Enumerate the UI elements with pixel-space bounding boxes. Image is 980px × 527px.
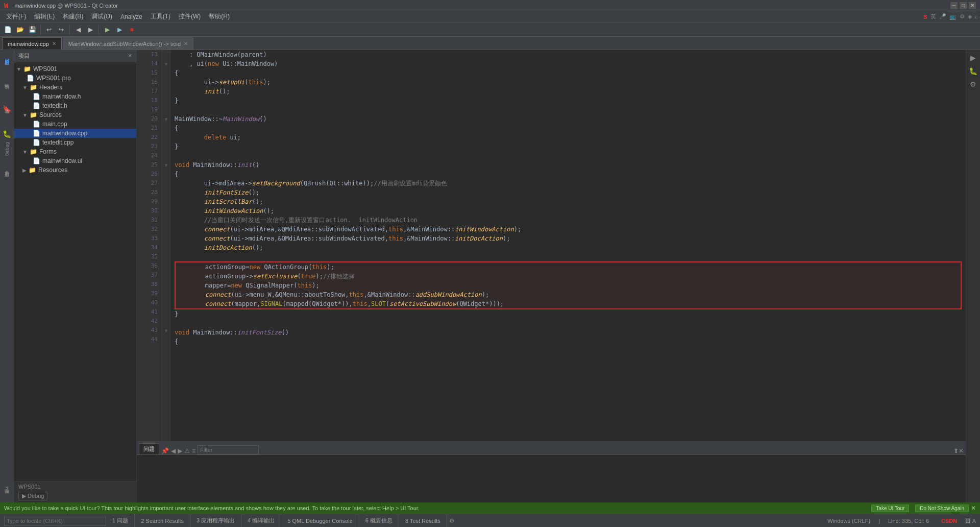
menu-debug[interactable]: 调试(D)	[87, 11, 116, 22]
tree-item-resources[interactable]: ▶ 📁 Resources	[14, 165, 136, 175]
code-line-20[interactable]: MainWindow::~MainWindow()	[175, 114, 966, 124]
tree-item-main-cpp[interactable]: 📄 main.cpp	[14, 119, 136, 129]
info-tab-3[interactable]: 3 应用程序输出	[190, 514, 241, 528]
info-tab-6[interactable]: 6 概要信息	[359, 514, 399, 528]
fold-btn-14[interactable]: ▼	[162, 59, 170, 68]
tree-item-forms[interactable]: ▼ 📁 Forms	[14, 147, 136, 156]
code-line-19[interactable]	[175, 105, 966, 114]
bottom-next-button[interactable]: ▶	[178, 447, 182, 454]
info-tab-1[interactable]: 1 问题	[106, 514, 135, 528]
maximize-button[interactable]: □	[960, 2, 967, 9]
tab-mainwindow-cpp[interactable]: mainwindow.cpp ✕	[2, 37, 62, 50]
sidebar-item-edit[interactable]: ✏ 编辑	[1, 79, 13, 93]
bottom-expand-button[interactable]: ⬆	[953, 447, 959, 454]
do-not-show-button[interactable]: Do Not Show Again	[915, 505, 969, 512]
toolbar-build[interactable]: ▶	[102, 24, 113, 35]
fold-btn-25[interactable]: ▼	[162, 160, 170, 170]
code-line-16[interactable]: ui->setupUi(this);	[175, 78, 966, 87]
minimize-button[interactable]: ─	[950, 2, 958, 9]
bottom-warning-button[interactable]: ⚠	[184, 447, 190, 454]
code-line-44[interactable]: {	[175, 337, 966, 346]
code-line-42[interactable]	[175, 319, 966, 328]
debug-start-button[interactable]: ▶ Debug	[18, 492, 47, 500]
code-line-18[interactable]: }	[175, 96, 966, 105]
code-line-32[interactable]: connect(ui->mdiArea,&QMdiArea::subWindow…	[175, 225, 966, 234]
fold-btn-43[interactable]: ▼	[162, 326, 170, 335]
toolbar-redo[interactable]: ↪	[56, 24, 67, 35]
bottom-filter-button[interactable]: ≡	[192, 447, 195, 454]
bottom-prev-button[interactable]: ◀	[171, 447, 176, 454]
tree-item-sources[interactable]: ▼ 📁 Sources	[14, 110, 136, 119]
sidebar-item-bookmarks[interactable]: 🔖 书签	[1, 103, 13, 117]
code-line-14[interactable]: , ui(new Ui::MainWindow)	[175, 59, 966, 68]
code-line-22[interactable]: delete ui;	[175, 133, 966, 142]
right-analyze-button[interactable]: ⚙	[968, 79, 979, 90]
tree-item-wps001[interactable]: ▼ 📁 WPS001	[14, 64, 136, 74]
toolbar-save[interactable]: 💾	[27, 24, 38, 35]
sidebar-item-project[interactable]: ⊞ 项目	[1, 54, 13, 68]
code-line-33[interactable]: connect(ui->mdiArea,&QMdiArea::subWindow…	[175, 234, 966, 243]
toolbar-back[interactable]: ◀	[72, 24, 84, 35]
code-line-39[interactable]: connect(ui->menu_W,&QMenu::aboutToShow,t…	[176, 290, 961, 299]
bottom-close-button[interactable]: ✕	[959, 447, 964, 454]
right-debug-button[interactable]: 🐛	[968, 65, 979, 77]
code-line-41[interactable]: }	[175, 309, 966, 319]
code-line-25[interactable]: void MainWindow::init()	[175, 160, 966, 170]
tab-close-mainwindow[interactable]: ✕	[52, 41, 56, 46]
code-line-40[interactable]: connect(mapper,SIGNAL(mapped(QWidget*)),…	[176, 299, 961, 308]
bottom-tab-problems[interactable]: 问题	[139, 443, 159, 454]
info-tab-2[interactable]: 2 Search Results	[135, 514, 190, 528]
code-line-23[interactable]: }	[175, 142, 966, 151]
code-line-28[interactable]: initFontSize();	[175, 188, 966, 197]
menu-edit[interactable]: 编辑(E)	[30, 11, 59, 22]
tree-item-mainwindow-h[interactable]: 📄 mainwindow.h	[14, 92, 136, 101]
code-line-37[interactable]: actionGroup->setExclusive(true);//排他选择	[176, 272, 961, 281]
tree-item-wps001pro[interactable]: 📄 WPS001.pro	[14, 74, 136, 83]
code-line-15[interactable]: {	[175, 68, 966, 78]
code-line-24[interactable]	[175, 151, 966, 160]
info-tab-settings-button[interactable]: ⚙	[447, 517, 457, 524]
info-tab-4[interactable]: 4 编译输出	[241, 514, 281, 528]
code-content[interactable]: : QMainWindow(parent) , ui(new Ui::MainW…	[170, 50, 966, 441]
tree-item-mainwindow-ui[interactable]: 📄 mainwindow.ui	[14, 156, 136, 165]
code-line-13[interactable]: : QMainWindow(parent)	[175, 50, 966, 59]
tree-item-textedit-h[interactable]: 📄 textedit.h	[14, 101, 136, 110]
code-line-31[interactable]: //当窗口关闭时发送一次信号,重新设置窗口action. initWindowA…	[175, 215, 966, 225]
bottom-pin-button[interactable]: 📌	[161, 447, 169, 454]
fold-btn-20[interactable]: ▼	[162, 114, 170, 124]
tree-item-textedit-cpp[interactable]: 📄 textedit.cpp	[14, 138, 136, 147]
filter-input[interactable]	[198, 445, 259, 454]
menu-help[interactable]: 帮助(H)	[205, 11, 234, 22]
take-tour-button[interactable]: Take UI Tour	[871, 505, 909, 512]
code-line-36[interactable]: actionGroup=new QActionGroup(this);	[176, 262, 961, 272]
code-line-38[interactable]: mapper=new QSignalMapper(this);	[176, 281, 961, 290]
info-tab-5[interactable]: 5 QML Debugger Console	[281, 514, 359, 528]
sidebar-item-project2[interactable]: ◈ 项目	[1, 166, 13, 180]
toolbar-stop[interactable]: ■	[126, 24, 137, 35]
menu-file[interactable]: 文件(F)	[2, 11, 30, 22]
close-button[interactable]: ✕	[969, 2, 976, 9]
code-line-17[interactable]: init();	[175, 87, 966, 96]
toolbar-new[interactable]: 📄	[2, 24, 13, 35]
code-line-43[interactable]: void MainWindow::initFontSize()	[175, 328, 966, 337]
sidebar-item-debug[interactable]: 🐛 Debug	[1, 128, 13, 156]
code-line-26[interactable]: {	[175, 170, 966, 179]
code-line-29[interactable]: initScrollBar();	[175, 197, 966, 206]
toolbar-debug-run[interactable]: ▶	[114, 24, 125, 35]
sidebar-item-help[interactable]: ? 帮助	[1, 483, 13, 497]
code-line-34[interactable]: initDocAction();	[175, 243, 966, 252]
tab-close-addsubwindow[interactable]: ✕	[184, 41, 188, 46]
locate-input[interactable]	[4, 516, 106, 526]
right-run-button[interactable]: ▶	[968, 52, 979, 63]
toolbar-forward[interactable]: ▶	[85, 24, 96, 35]
panel-close-icon[interactable]: ✕	[128, 53, 132, 59]
tab-addsubwindow[interactable]: MainWindow::addSubWindowAction() -> void…	[63, 37, 193, 50]
menu-tools[interactable]: 工具(T)	[146, 11, 175, 22]
menu-analyze[interactable]: Analyze	[116, 12, 146, 21]
code-line-21[interactable]: {	[175, 124, 966, 133]
code-line-30[interactable]: initWindowAction();	[175, 206, 966, 215]
code-line-27[interactable]: ui->mdiArea->setBackground(QBrush(Qt::wh…	[175, 179, 966, 188]
toolbar-open[interactable]: 📂	[14, 24, 26, 35]
info-tab-8[interactable]: 8 Test Results	[399, 514, 447, 528]
menu-controls[interactable]: 控件(W)	[175, 11, 205, 22]
